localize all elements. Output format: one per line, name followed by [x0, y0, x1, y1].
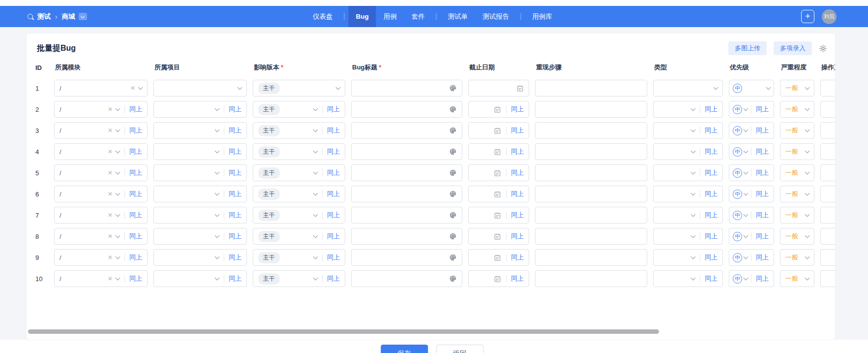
os-select[interactable]: [820, 249, 835, 266]
same-as-above-link[interactable]: 同上: [751, 168, 774, 177]
clear-icon[interactable]: ✕: [108, 128, 113, 133]
same-as-above-link[interactable]: 同上: [323, 232, 345, 241]
calendar-icon[interactable]: [494, 212, 501, 219]
bug-title-input[interactable]: [351, 122, 462, 139]
same-as-above-link[interactable]: 同上: [224, 190, 246, 198]
repro-steps-input[interactable]: [535, 143, 647, 160]
project-select[interactable]: 同上: [153, 143, 247, 160]
palette-icon[interactable]: [449, 232, 457, 240]
same-as-above-link[interactable]: 同上: [507, 147, 529, 156]
calendar-icon[interactable]: [494, 254, 501, 261]
module-select[interactable]: / ✕ 同上: [54, 249, 148, 266]
module-select[interactable]: / ✕ 同上: [54, 207, 148, 224]
same-as-above-link[interactable]: 同上: [751, 253, 774, 262]
priority-select[interactable]: 中 同上: [729, 164, 774, 181]
same-as-above-link[interactable]: 同上: [323, 190, 345, 198]
repro-steps-input[interactable]: [535, 270, 647, 287]
bug-title-input[interactable]: [351, 80, 462, 96]
same-as-above-link[interactable]: 同上: [224, 211, 246, 220]
module-select[interactable]: / ✕ 同上: [54, 228, 148, 245]
palette-icon[interactable]: [449, 254, 457, 261]
same-as-above-link[interactable]: 同上: [125, 190, 147, 198]
affected-version-select[interactable]: 主干 同上: [253, 101, 345, 118]
os-select[interactable]: [820, 101, 835, 118]
priority-select[interactable]: 中 同上: [729, 186, 774, 202]
same-as-above-link[interactable]: 同上: [323, 211, 345, 220]
same-as-above-link[interactable]: 同上: [700, 232, 722, 241]
search-icon[interactable]: [28, 14, 33, 19]
same-as-above-link[interactable]: 同上: [700, 211, 722, 220]
priority-select[interactable]: 中 同上: [729, 249, 774, 266]
same-as-above-link[interactable]: 同上: [700, 253, 722, 262]
breadcrumb-product[interactable]: 商城: [62, 12, 75, 21]
same-as-above-link[interactable]: 同上: [700, 274, 722, 283]
palette-icon[interactable]: [449, 169, 457, 177]
affected-version-select[interactable]: 主干 同上: [253, 143, 345, 160]
affected-version-select[interactable]: 主干 同上: [253, 122, 345, 139]
same-as-above-link[interactable]: 同上: [125, 147, 147, 156]
same-as-above-link[interactable]: 同上: [224, 126, 246, 135]
multi-image-upload-button[interactable]: 多图上传: [728, 41, 767, 55]
palette-icon[interactable]: [449, 105, 457, 113]
due-date-input[interactable]: 同上: [468, 270, 529, 287]
bug-title-input[interactable]: [351, 270, 462, 287]
same-as-above-link[interactable]: 同上: [125, 211, 147, 220]
same-as-above-link[interactable]: 同上: [224, 105, 246, 114]
palette-icon[interactable]: [449, 211, 457, 219]
clear-icon[interactable]: ✕: [108, 212, 113, 218]
same-as-above-link[interactable]: 同上: [125, 168, 147, 177]
same-as-above-link[interactable]: 同上: [700, 105, 722, 114]
same-as-above-link[interactable]: 同上: [700, 126, 722, 135]
project-select[interactable]: 同上: [153, 164, 247, 181]
affected-version-select[interactable]: 主干 同上: [253, 164, 345, 181]
priority-select[interactable]: 中 同上: [729, 270, 774, 287]
nav-tab-用例库[interactable]: 用例库: [525, 6, 560, 27]
same-as-above-link[interactable]: 同上: [507, 126, 529, 135]
bug-title-input[interactable]: [351, 164, 462, 181]
due-date-input[interactable]: 同上: [468, 228, 529, 245]
clear-icon[interactable]: ✕: [108, 276, 113, 282]
bug-title-input[interactable]: [351, 186, 462, 202]
nav-tab-测试报告[interactable]: 测试报告: [475, 6, 516, 27]
module-select[interactable]: / ✕ 同上: [54, 143, 148, 160]
severity-select[interactable]: 一般: [780, 270, 814, 287]
calendar-icon[interactable]: [494, 233, 501, 240]
same-as-above-link[interactable]: 同上: [224, 168, 246, 177]
priority-select[interactable]: 中 同上: [729, 143, 774, 160]
palette-icon[interactable]: [449, 148, 457, 156]
clear-icon[interactable]: ✕: [108, 170, 113, 176]
project-select[interactable]: 同上: [153, 101, 247, 118]
same-as-above-link[interactable]: 同上: [751, 126, 774, 135]
breadcrumb-project[interactable]: 测试: [37, 12, 51, 21]
bug-title-input[interactable]: [351, 143, 462, 160]
repro-steps-input[interactable]: [535, 228, 647, 245]
calendar-icon[interactable]: [494, 169, 501, 177]
project-select[interactable]: 同上: [153, 186, 247, 202]
same-as-above-link[interactable]: 同上: [507, 190, 529, 198]
affected-version-select[interactable]: 主干 同上: [253, 186, 345, 202]
clear-icon[interactable]: ✕: [108, 106, 113, 112]
nav-tab-套件[interactable]: 套件: [404, 6, 432, 27]
affected-version-select[interactable]: 主干 同上: [253, 228, 345, 245]
priority-select[interactable]: 中 同上: [729, 228, 774, 245]
type-select[interactable]: 同上: [653, 207, 723, 224]
nav-tab-用例[interactable]: 用例: [376, 6, 404, 27]
repro-steps-input[interactable]: [535, 122, 647, 139]
same-as-above-link[interactable]: 同上: [224, 274, 246, 283]
repro-steps-input[interactable]: [535, 80, 647, 96]
severity-select[interactable]: 一般: [780, 249, 814, 266]
module-select[interactable]: / ✕: [54, 80, 148, 96]
same-as-above-link[interactable]: 同上: [700, 190, 722, 198]
same-as-above-link[interactable]: 同上: [323, 126, 345, 135]
same-as-above-link[interactable]: 同上: [751, 105, 774, 114]
due-date-input[interactable]: 同上: [468, 122, 529, 139]
nav-tab-Bug[interactable]: Bug: [349, 6, 376, 27]
bug-title-input[interactable]: [351, 249, 462, 266]
same-as-above-link[interactable]: 同上: [125, 253, 147, 262]
due-date-input[interactable]: [468, 80, 529, 96]
add-button[interactable]: +: [801, 10, 814, 23]
same-as-above-link[interactable]: 同上: [224, 253, 246, 262]
severity-select[interactable]: 一般: [780, 228, 814, 245]
same-as-above-link[interactable]: 同上: [507, 274, 529, 283]
calendar-icon[interactable]: [494, 275, 501, 283]
